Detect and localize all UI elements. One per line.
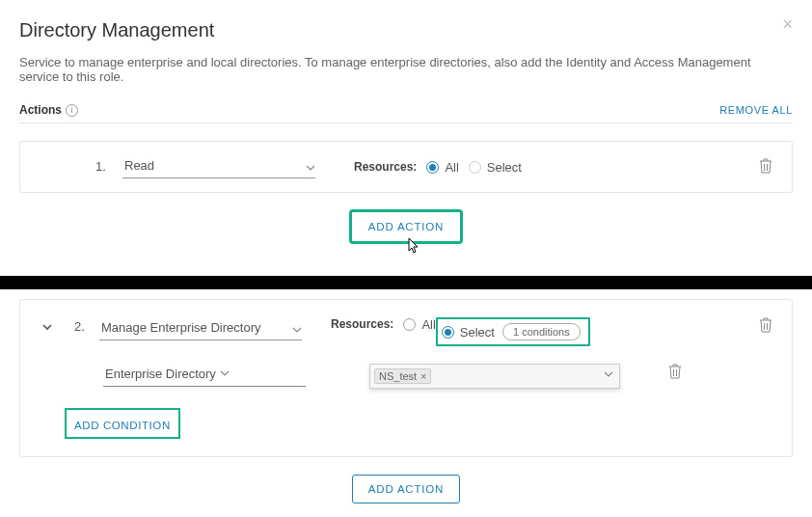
resources-label: Resources:	[331, 317, 393, 331]
action-row-2: 2. Manage Enterprise Directory Resources…	[19, 299, 793, 457]
add-condition-button[interactable]: ADD CONDITION	[67, 410, 178, 437]
radio-all[interactable]: All	[426, 160, 458, 175]
action-index: 2.	[74, 319, 85, 334]
delete-action-icon[interactable]	[759, 317, 772, 336]
actions-label: Actions	[19, 103, 62, 117]
chevron-down-icon	[292, 323, 302, 338]
remove-tag-icon[interactable]: ×	[420, 371, 426, 382]
separator	[0, 276, 812, 289]
action-select-value: Manage Enterprise Directory	[101, 320, 260, 335]
condition-row: Enterprise Directory NS_test ×	[55, 346, 772, 398]
info-icon[interactable]: i	[66, 104, 78, 117]
service-description: Service to manage enterprise and local d…	[19, 55, 793, 84]
tag-label: NS_test	[379, 370, 417, 382]
condition-attribute-select[interactable]: Enterprise Directory	[103, 364, 306, 387]
remove-all-button[interactable]: REMOVE ALL	[719, 104, 793, 116]
delete-action-icon[interactable]	[759, 158, 772, 177]
select-conditions-highlight: Select 1 conditions	[436, 317, 590, 346]
action-index: 1.	[95, 159, 106, 174]
cursor-icon	[406, 237, 421, 257]
delete-condition-icon[interactable]	[668, 364, 682, 382]
chevron-down-icon	[306, 161, 315, 176]
page-title: Directory Management	[19, 19, 793, 41]
action-row-1: 1. Read Resources: All Select	[19, 141, 793, 193]
radio-all[interactable]: All	[403, 317, 435, 332]
condition-attribute-value: Enterprise Directory	[105, 367, 216, 381]
action-select[interactable]: Manage Enterprise Directory	[99, 317, 302, 340]
chevron-down-icon	[604, 367, 613, 382]
add-condition-highlight: ADD CONDITION	[65, 408, 180, 439]
collapse-icon[interactable]	[41, 321, 53, 336]
radio-select[interactable]: Select	[442, 325, 495, 340]
condition-values-field[interactable]: NS_test ×	[369, 364, 620, 389]
action-select-value: Read	[124, 158, 154, 173]
tag: NS_test ×	[374, 368, 431, 384]
close-icon[interactable]: ×	[782, 15, 793, 33]
radio-select[interactable]: Select	[469, 160, 522, 175]
add-action-button[interactable]: ADD ACTION	[352, 475, 460, 503]
conditions-badge[interactable]: 1 conditions	[502, 323, 581, 340]
action-select[interactable]: Read	[122, 155, 315, 178]
chevron-down-icon	[220, 367, 230, 381]
resources-label: Resources:	[354, 160, 417, 174]
